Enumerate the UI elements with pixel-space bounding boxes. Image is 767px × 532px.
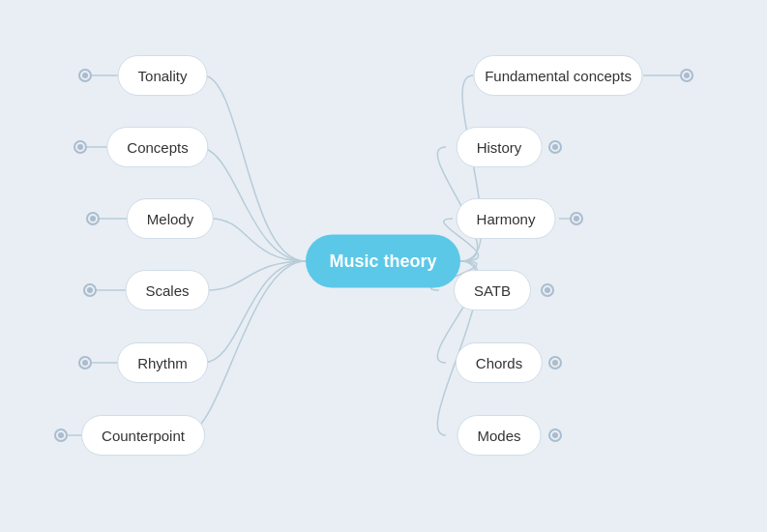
dot-harmony <box>570 212 583 225</box>
dot-concepts <box>74 140 87 154</box>
dot-scales <box>83 283 97 297</box>
right-node-satb[interactable]: SATB <box>454 270 531 310</box>
dot-chords <box>548 356 562 369</box>
left-node-rhythm[interactable]: Rhythm <box>117 342 208 383</box>
right-node-history[interactable]: History <box>457 127 543 167</box>
right-node-chords[interactable]: Chords <box>456 342 543 383</box>
center-node[interactable]: Music theory <box>306 235 460 288</box>
dot-rhythm <box>78 356 92 369</box>
left-node-scales[interactable]: Scales <box>125 270 209 310</box>
mind-map: Music theoryTonalityConceptsMelodyScales… <box>0 0 767 532</box>
dot-fundamental <box>680 69 693 82</box>
dot-melody <box>86 212 100 225</box>
left-node-concepts[interactable]: Concepts <box>106 127 208 167</box>
right-node-modes[interactable]: Modes <box>457 415 541 456</box>
right-node-fundamental-concepts[interactable]: Fundamental concepts <box>474 55 643 96</box>
dot-history <box>548 140 562 154</box>
right-node-harmony[interactable]: Harmony <box>457 198 556 239</box>
left-node-counterpoint[interactable]: Counterpoint <box>81 415 205 456</box>
dot-satb <box>541 283 554 297</box>
dot-counterpoint <box>54 429 68 442</box>
left-node-melody[interactable]: Melody <box>127 198 214 239</box>
dot-tonality <box>78 69 92 82</box>
left-node-tonality[interactable]: Tonality <box>118 55 208 96</box>
dot-modes <box>548 429 562 442</box>
